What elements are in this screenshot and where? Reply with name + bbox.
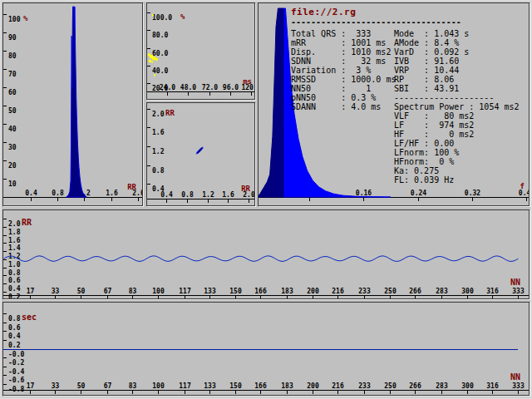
x-tick-label: 316 [486, 382, 499, 390]
stats-row: Disp. : 1010 ms2 [291, 47, 396, 57]
x-tick-label: 133 [204, 382, 216, 390]
stats-overlay: file://2.rg ----------------------------… [259, 3, 529, 205]
poincare-chart: 0.40.81.21.62.02.01.61.20.80.4RRRR [147, 103, 254, 205]
stats-row: -------------------- [394, 93, 520, 102]
y-tick-label: 0.2 [8, 293, 21, 299]
y-tick-label: 40 [8, 126, 17, 133]
x-tick-label: 117 [179, 288, 191, 295]
y-tick-label: 0.6 [8, 324, 21, 332]
y-tick-label: 60 [8, 89, 17, 96]
x-axis-unit-label: NN [510, 372, 520, 382]
x-tick-label: 300 [461, 288, 474, 295]
stats-column-left: Total QRS : 333mRR : 1001 msDisp. : 1010… [291, 29, 396, 111]
x-tick-label: 96.0 [223, 84, 239, 91]
y-tick-label: 0.4 [8, 332, 21, 340]
stats-row: Variation : 3 % [291, 66, 396, 75]
scatter-point [149, 60, 151, 62]
x-tick-label: 266 [409, 288, 421, 295]
y-tick-label: -0.4 [8, 368, 24, 376]
y-tick-label: 70 [8, 71, 17, 78]
x-tick-label: 100 [152, 382, 165, 390]
poincare-cluster [195, 146, 204, 155]
y-tick-label: 0.6 [8, 277, 21, 284]
x-tick-label: 1.2 [202, 191, 214, 199]
scatter-point [152, 14, 154, 16]
x-tick-label: 316 [486, 288, 499, 295]
x-axis-unit-label: RR [127, 183, 136, 191]
x-axis-unit-label: ms [243, 77, 252, 86]
x-tick-label: 83 [129, 288, 137, 295]
y-tick-label: 1.0 [8, 261, 21, 268]
x-tick-label: 150 [229, 288, 242, 295]
stats-row: SBI : 43.91 [394, 84, 520, 93]
tachogram-chart: 1733506783100117133150166183200216233250… [3, 210, 529, 298]
x-tick-label: 283 [436, 382, 448, 390]
y-tick-label: 100.0 [152, 14, 172, 22]
stats-row: VarD : 0.092 s [394, 47, 520, 57]
stats-row: NN50 : 1 [291, 84, 396, 93]
scatter-point [151, 62, 153, 63]
y-tick-label: -0.6 [8, 377, 24, 384]
x-tick-label: 250 [384, 288, 397, 295]
y-tick-label: 60.0 [152, 50, 168, 57]
x-tick-label: 72.0 [202, 84, 218, 91]
tachogram-panel: 1733506783100117133150166183200216233250… [2, 209, 530, 299]
stats-row: SDANN : 4.0 ms [291, 102, 396, 111]
x-tick-label: 50 [77, 382, 86, 390]
y-tick-label: 0.8 [8, 269, 21, 277]
y-tick-label: -0.8 [8, 386, 24, 393]
y-axis-unit-label: sec [22, 313, 37, 322]
y-tick-label: 0.8 [8, 315, 21, 323]
x-tick-label: 216 [332, 288, 344, 295]
title-separator: ---------------------------------- [291, 17, 461, 27]
x-tick-label: 33 [52, 382, 60, 390]
x-tick-label: 233 [358, 382, 371, 390]
y-tick-label: 0.2 [8, 342, 21, 349]
x-tick-label: 67 [104, 288, 112, 295]
x-tick-label: 266 [409, 382, 421, 390]
x-axis-unit-label: RR [241, 185, 250, 193]
stats-row: AMode : 8.4 % [394, 38, 520, 47]
x-tick-label: 100 [152, 288, 165, 295]
y-axis-unit-label: % [23, 14, 28, 22]
x-tick-label: 50 [77, 288, 86, 295]
x-tick-label: 166 [254, 382, 267, 390]
x-tick-label: 33 [52, 288, 60, 295]
y-tick-label: 2.0 [8, 220, 21, 228]
stats-row: HFnorm: 0 % [394, 157, 520, 166]
x-tick-label: 48.0 [180, 84, 196, 91]
y-tick-label: 100 [8, 16, 21, 23]
stats-row: VRP : 10.44 [394, 66, 520, 75]
stats-row: Ka: 0.275 [394, 166, 520, 175]
delta-histogram-panel: 24.048.072.096.0120.0100.080.060.040.020… [146, 2, 255, 100]
stats-row: RMSSD : 1000.0 ms [291, 75, 396, 84]
y-tick-label: 1.4 [8, 244, 21, 252]
x-tick-label: 216 [332, 382, 344, 390]
y-tick-label: 40.0 [152, 67, 168, 75]
x-tick-label: 150 [229, 382, 242, 390]
y-tick-label: 10 [8, 180, 17, 188]
x-tick-label: 183 [281, 382, 293, 390]
file-title: file://2.rg [291, 7, 356, 17]
x-tick-label: 117 [179, 382, 191, 390]
y-tick-label: 50 [8, 107, 17, 115]
stats-row: Spectrum Power : 1054 ms2 [394, 102, 520, 111]
tachogram-series [3, 256, 518, 262]
axes: 24.048.072.096.0120.0100.080.060.040.020… [147, 12, 254, 96]
x-tick-label: 200 [307, 382, 319, 390]
x-tick-label: 0.8 [181, 191, 194, 199]
y-tick-label: 20 [8, 162, 17, 170]
x-tick-label: 283 [436, 288, 448, 295]
x-tick-label: 1.6 [106, 190, 118, 197]
y-axis-unit-label: RR [165, 109, 175, 117]
x-tick-label: 200 [307, 288, 319, 295]
rr-histogram-chart: 0.40.81.21.62.0100908070605040302010RR% [3, 3, 142, 205]
scatter-point [152, 57, 155, 60]
x-tick-label: 17 [27, 288, 35, 295]
y-tick-label: 1.8 [8, 229, 21, 236]
y-tick-label: 1.6 [8, 237, 21, 244]
stats-row: VLF : 80 ms2 [394, 111, 520, 121]
x-tick-label: 1.6 [222, 191, 234, 199]
x-tick-label: 166 [254, 288, 267, 295]
stats-row: Total QRS : 333 [291, 29, 396, 38]
